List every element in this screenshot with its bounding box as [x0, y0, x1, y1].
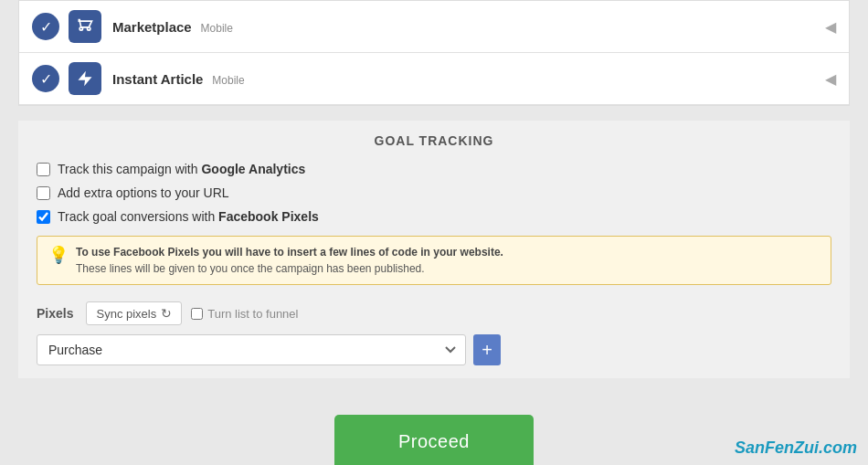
google-analytics-row[interactable]: Track this campaign with Google Analytic… — [18, 157, 850, 181]
instant-article-name: Instant Article Mobile — [112, 71, 245, 87]
section-title: GOAL TRACKING — [18, 121, 850, 157]
bulb-icon: 💡 — [48, 245, 69, 265]
marketplace-name: Marketplace Mobile — [112, 19, 233, 35]
sync-pixels-button[interactable]: Sync pixels ↻ — [86, 301, 182, 325]
pixels-row: Pixels Sync pixels ↻ Turn list to funnel — [18, 292, 850, 331]
sync-icon: ↻ — [161, 306, 172, 321]
facebook-pixels-checkbox[interactable] — [37, 210, 50, 224]
marketplace-arrow: ◀ — [825, 18, 836, 36]
check-circle-marketplace: ✓ — [32, 13, 59, 40]
info-box: 💡 To use Facebook Pixels you will have t… — [37, 236, 831, 285]
facebook-pixels-label: Track goal conversions with Facebook Pix… — [58, 209, 319, 224]
facebook-pixels-row[interactable]: Track goal conversions with Facebook Pix… — [18, 205, 850, 228]
placement-item-instant-article[interactable]: ✓ Instant Article Mobile ◀ — [19, 53, 849, 105]
placement-list: ✓ Marketplace Mobile ◀ ✓ Instant Article — [18, 0, 850, 106]
add-pixel-button[interactable]: + — [473, 334, 501, 365]
goal-tracking-section: GOAL TRACKING Track this campaign with G… — [18, 121, 850, 378]
extra-url-row[interactable]: Add extra options to your URL — [18, 181, 850, 205]
placement-item-marketplace[interactable]: ✓ Marketplace Mobile ◀ — [19, 1, 849, 53]
marketplace-icon — [69, 10, 101, 43]
info-text: To use Facebook Pixels you will have to … — [76, 244, 503, 277]
extra-url-checkbox[interactable] — [37, 186, 50, 200]
google-analytics-checkbox[interactable] — [37, 163, 50, 176]
instant-article-icon — [69, 62, 101, 95]
main-container: ✓ Marketplace Mobile ◀ ✓ Instant Article — [0, 0, 868, 465]
sync-button-label: Sync pixels — [96, 307, 156, 321]
proceed-button[interactable]: Proceed — [334, 415, 534, 465]
purchase-dropdown[interactable]: Purchase Lead Complete Registration Add … — [37, 334, 466, 365]
check-circle-instant: ✓ — [32, 65, 59, 92]
dropdown-row: Purchase Lead Complete Registration Add … — [18, 331, 850, 369]
extra-url-label: Add extra options to your URL — [58, 185, 229, 200]
turn-list-funnel-checkbox[interactable] — [191, 308, 203, 320]
turn-list-funnel-row[interactable]: Turn list to funnel — [191, 307, 298, 321]
watermark: SanFenZui.com — [735, 439, 857, 458]
google-analytics-label: Track this campaign with Google Analytic… — [58, 162, 305, 176]
turn-list-funnel-label: Turn list to funnel — [207, 307, 298, 321]
pixels-label: Pixels — [37, 306, 73, 321]
instant-article-arrow: ◀ — [825, 70, 836, 88]
